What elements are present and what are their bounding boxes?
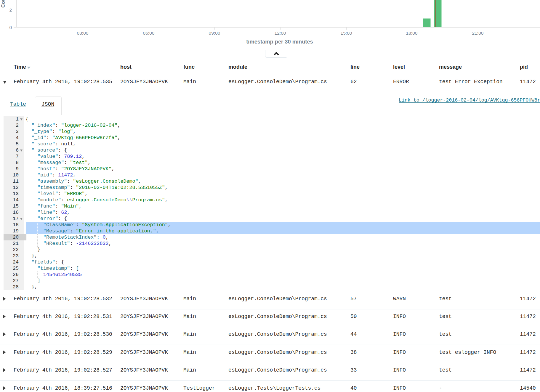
svg-text:09:00: 09:00 — [209, 30, 220, 36]
svg-text:2: 2 — [9, 7, 12, 12]
svg-text:12:00: 12:00 — [275, 30, 286, 36]
svg-text:03:00: 03:00 — [77, 30, 89, 36]
svg-text:15:00: 15:00 — [341, 30, 352, 36]
svg-text:18:00: 18:00 — [406, 30, 418, 36]
svg-text:21:00: 21:00 — [472, 30, 484, 36]
svg-text:06:00: 06:00 — [143, 30, 155, 36]
svg-text:timestamp per 30 minutes: timestamp per 30 minutes — [246, 38, 313, 45]
svg-text:Count: Count — [0, 0, 6, 8]
svg-text:0: 0 — [9, 25, 12, 30]
